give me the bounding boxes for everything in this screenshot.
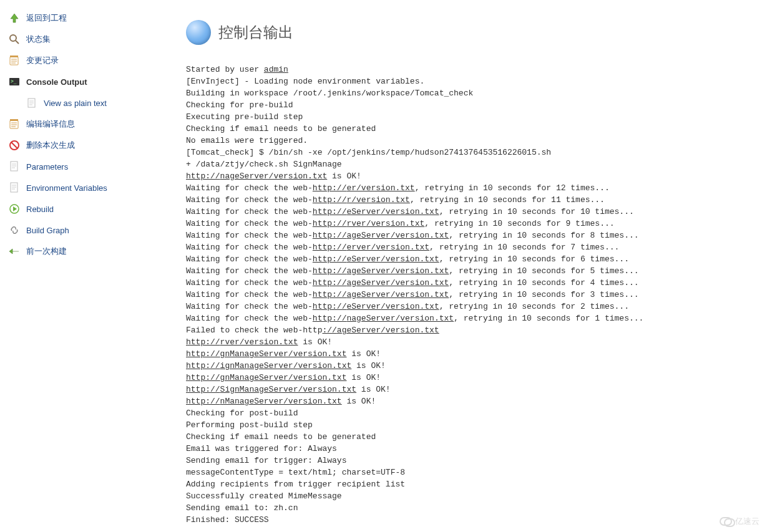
url-link[interactable]: http:// nManageServer/version.txt [186,397,342,406]
notepad-icon [7,117,21,131]
nav-link[interactable]: Console Output [26,77,87,87]
url-link[interactable]: http:// eServer/version.txt [313,254,439,264]
main-content: 控制台输出 Started by user admin[EnvInject] -… [175,0,767,532]
nav-link[interactable]: 返回到工程 [26,12,67,24]
nav-build-graph[interactable]: Build Graph [7,220,175,241]
document-icon [25,96,39,110]
url-link[interactable]: http:// eServer/version.txt [313,302,439,311]
left-arrow-icon [7,244,21,258]
nav-status[interactable]: 状态集 [7,29,175,50]
url-link[interactable]: http:// nageServer/version.txt [313,314,454,323]
nav-link[interactable]: 变更记录 [26,55,59,66]
console-output-text: Started by user admin[EnvInject] - Loadi… [186,64,767,526]
document-icon [7,160,21,173]
url-link[interactable]: http:// ageServer/version.txt [313,290,449,299]
url-link[interactable]: http:// erver/version.txt [313,243,429,252]
nav-link[interactable]: Parameters [26,162,68,172]
nav-parameters[interactable]: Parameters [7,156,175,177]
nav-link[interactable]: Build Graph [26,226,69,235]
no-entry-icon [7,138,21,152]
nav-link[interactable]: 删除本次生成 [26,140,75,151]
url-link[interactable]: http:// ageServer/version.txt [313,266,449,276]
link-icon [7,223,21,237]
play-refresh-icon [7,202,21,216]
nav-link[interactable]: Rebuild [26,205,54,214]
url-link[interactable]: http:// ageServer/version.txt [313,278,449,288]
nav-link[interactable]: 编辑编译信息 [26,118,75,130]
url-link[interactable]: http:// SignManageServer/version.txt [186,385,356,394]
terminal-icon: >_ [7,75,21,89]
url-link[interactable]: http:// gnManageServer/version.txt [186,349,346,359]
notepad-icon [7,54,21,67]
svg-point-0 [10,35,16,41]
nav-link[interactable]: 状态集 [26,34,51,45]
url-link[interactable]: http:// rver/version.txt [313,219,424,228]
nav-env-vars[interactable]: Environment Variables [7,177,175,198]
page-title: 控制台输出 [218,22,293,42]
svg-line-19 [11,142,17,148]
svg-text:>_: >_ [11,79,17,84]
watermark-icon [720,517,732,526]
svg-rect-6 [10,56,18,57]
url-link[interactable]: http:// r/version.txt [313,195,410,205]
svg-line-1 [16,41,19,44]
nav-edit-build-info[interactable]: 编辑编译信息 [7,114,175,135]
nav-delete-build[interactable]: 删除本次生成 [7,135,175,156]
url-link[interactable]: http:// rver/version.txt [186,337,298,347]
nav-console-output[interactable]: >_ Console Output [7,71,175,92]
nav-prev-build[interactable]: 前一次构建 [7,241,175,262]
nav-link[interactable]: 前一次构建 [26,246,67,257]
nav-link[interactable]: Environment Variables [26,183,107,193]
nav-rebuild[interactable]: Rebuild [7,198,175,220]
url-link[interactable]: http:// eServer/version.txt [313,207,439,216]
sidebar: 返回到工程 状态集 变更记录 >_ Console Output View as… [0,0,175,532]
up-arrow-icon [7,11,21,25]
nav-back-to-project[interactable]: 返回到工程 [7,7,175,29]
document-icon [7,181,21,195]
build-status-orb-icon [186,20,211,45]
url-link[interactable]: http:// er/version.txt [313,183,415,193]
svg-rect-17 [10,119,18,121]
url-link[interactable]: http:// ageServer/version.txt [313,231,449,240]
nav-link[interactable]: View as plain text [44,99,107,108]
nav-view-plain-text[interactable]: View as plain text [25,92,175,114]
search-icon [7,32,21,46]
url-link[interactable]: :// ageServer/version.txt [322,326,439,335]
url-link[interactable]: http:// gnManageServer/version.txt [186,373,346,382]
watermark: 亿速云 [720,516,760,527]
url-link[interactable]: http:// nageServer/version.txt [186,172,327,181]
user-link[interactable]: admin [264,65,288,74]
watermark-text: 亿速云 [735,516,760,527]
nav-changes[interactable]: 变更记录 [7,50,175,71]
url-link[interactable]: http:// ignManageServer/version.txt [186,361,351,370]
page-header: 控制台输出 [186,20,767,45]
